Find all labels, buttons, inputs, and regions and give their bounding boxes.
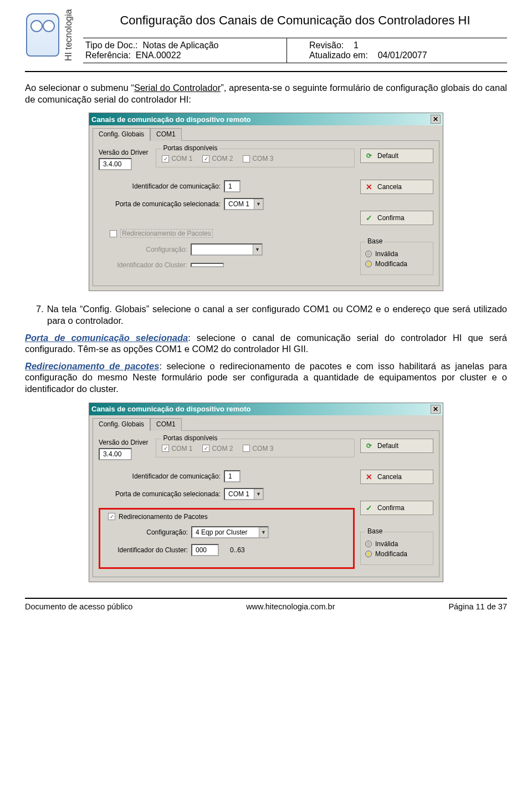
radio-invalida[interactable] [365, 541, 372, 547]
redirect-label: Redirecionamento de Pacotes [119, 513, 208, 521]
default-button[interactable]: ⟳Default [360, 439, 433, 453]
company-logo: HI tecnologia [25, 10, 78, 63]
tab-config-globais[interactable]: Config. Globais [93, 418, 150, 431]
highlight-redirect-block: ✓ Redirecionamento de Pacotes Configuraç… [99, 508, 355, 569]
page-footer: Documento de acesso público www.hitecnol… [25, 598, 507, 611]
ident-label: Identificador de comunicação: [99, 182, 221, 190]
version-value: 3.4.00 [99, 448, 132, 460]
checkbox-com2[interactable]: ✓ [202, 445, 209, 452]
version-label: Versão do Driver [99, 439, 148, 446]
dialog-title: Canais de comunicação do dispositivo rem… [91, 405, 251, 413]
cluster-label: Identificador do Cluster: [99, 261, 187, 269]
portas-legend: Portas disponíveis [161, 434, 219, 442]
header-rule [25, 71, 507, 72]
checkbox-com3[interactable]: ✓ [243, 155, 250, 162]
tab-config-globais[interactable]: Config. Globais [93, 128, 150, 141]
atualizado-value: 04/01/20077 [378, 50, 427, 60]
cluster-range: 0..63 [230, 546, 245, 554]
chevron-down-icon: ▼ [253, 245, 262, 255]
chevron-down-icon[interactable]: ▼ [259, 527, 268, 537]
porta-sel-label: Porta de comunicação selecionada: [99, 490, 221, 498]
group-portas-disponiveis: Portas disponíveis ✓COM 1 ✓COM 2 ✓COM 3 [156, 149, 355, 167]
checkbox-redirect[interactable]: ✓ [110, 230, 117, 237]
owl-icon [26, 13, 59, 57]
check-icon: ✓ [365, 214, 373, 222]
close-icon[interactable]: ✕ [431, 405, 441, 414]
link-serial-controlador: Serial do Controlador [134, 83, 221, 93]
default-button[interactable]: ⟳Default [360, 149, 433, 163]
revisao-value: 1 [354, 40, 359, 50]
footer-center: www.hitecnologia.com.br [246, 602, 335, 611]
check-icon: ✓ [365, 504, 373, 512]
config-combo[interactable]: 4 Eqp por Cluster ▼ [191, 526, 269, 538]
referencia-value: ENA.00022 [136, 50, 181, 60]
dialog-canais-1: Canais de comunicação do dispositivo rem… [89, 113, 443, 291]
porta-sel-combo[interactable]: COM 1 ▼ [224, 198, 264, 210]
paragraph-step-7: 7. Na tela “Config. Globais” selecione o… [47, 303, 507, 326]
company-name: HI tecnologia [64, 9, 74, 61]
version-value: 3.4.00 [99, 158, 132, 170]
footer-left: Documento de acesso público [25, 602, 132, 611]
atualizado-label: Atualizado em: [309, 50, 368, 60]
config-label: Configuração: [99, 246, 187, 253]
document-title: Configuração dos Canais de Comunicação d… [83, 13, 507, 28]
chevron-down-icon[interactable]: ▼ [254, 199, 263, 209]
paragraph-redirect: Redirecionamento de pacotes: selecione o… [25, 360, 507, 395]
cluster-label: Identificador do Cluster: [105, 546, 188, 554]
radio-modificada[interactable] [365, 551, 372, 557]
ident-input[interactable]: 1 [224, 470, 241, 482]
checkbox-com3[interactable]: ✓ [243, 445, 250, 452]
checkbox-com1[interactable]: ✓ [162, 445, 169, 452]
porta-sel-combo[interactable]: COM 1 ▼ [224, 488, 264, 500]
checkbox-com1[interactable]: ✓ [162, 155, 169, 162]
tab-com1[interactable]: COM1 [150, 128, 182, 141]
cancela-button[interactable]: ✕Cancela [360, 180, 433, 194]
paragraph-intro: Ao selecionar o submenu “Serial do Contr… [25, 82, 507, 105]
cluster-input [191, 263, 224, 267]
chevron-down-icon[interactable]: ▼ [254, 489, 263, 499]
referencia-label: Referência: [85, 50, 131, 60]
tab-com1[interactable]: COM1 [150, 418, 182, 431]
footer-right: Página 11 de 37 [448, 602, 507, 611]
group-portas-disponiveis: Portas disponíveis ✓COM 1 ✓COM 2 ✓COM 3 [156, 439, 355, 457]
ident-label: Identificador de comunicação: [99, 472, 221, 480]
confirma-button[interactable]: ✓Confirma [360, 211, 433, 225]
tipo-doc-value: Notas de Aplicação [142, 40, 218, 50]
close-icon[interactable]: ✕ [431, 115, 441, 124]
cancel-icon: ✕ [365, 473, 373, 481]
radio-invalida[interactable] [365, 251, 372, 257]
cancela-button[interactable]: ✕Cancela [360, 470, 433, 484]
porta-sel-label: Porta de comunicação selecionada: [99, 200, 221, 208]
version-label: Versão do Driver [99, 149, 148, 156]
ident-input[interactable]: 1 [224, 180, 241, 192]
checkbox-redirect[interactable]: ✓ [108, 513, 115, 520]
group-base: Base Inválida Modificada [360, 532, 433, 565]
redirect-label: Redirecionamento de Pacotes [120, 229, 213, 238]
refresh-icon: ⟳ [365, 442, 373, 450]
cluster-input[interactable]: 000 [191, 544, 219, 556]
paragraph-porta-sel: Porta de comunicação selecionada: seleci… [25, 332, 507, 355]
group-base: Base Inválida Modificada [360, 242, 433, 275]
confirma-button[interactable]: ✓Confirma [360, 501, 433, 515]
checkbox-com2[interactable]: ✓ [202, 155, 209, 162]
config-label: Configuração: [105, 528, 188, 536]
radio-modificada[interactable] [365, 261, 372, 267]
document-meta: Tipo de Doc.: Notas de Aplicação Referên… [83, 38, 507, 63]
portas-legend: Portas disponíveis [161, 144, 219, 152]
document-header: HI tecnologia Configuração dos Canais de… [25, 10, 507, 67]
dialog-canais-2: Canais de comunicação do dispositivo rem… [89, 403, 443, 582]
refresh-icon: ⟳ [365, 152, 373, 160]
dialog-title: Canais de comunicação do dispositivo rem… [91, 115, 251, 124]
tipo-doc-label: Tipo de Doc.: [85, 40, 138, 50]
config-combo: ▼ [191, 243, 263, 256]
revisao-label: Revisão: [309, 40, 344, 50]
cancel-icon: ✕ [365, 183, 373, 191]
